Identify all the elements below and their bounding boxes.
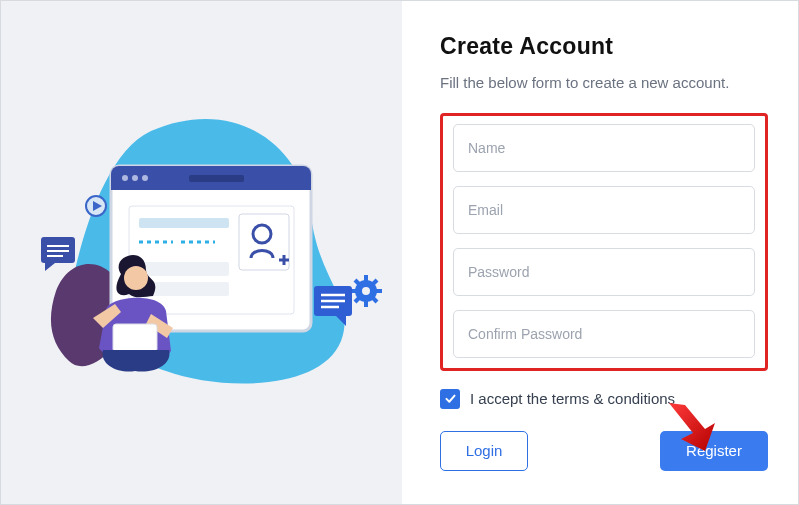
signup-illustration	[1, 1, 402, 504]
signup-screen: Create Account Fill the below form to cr…	[0, 0, 799, 505]
svg-point-23	[142, 175, 148, 181]
terms-label: I accept the terms & conditions	[470, 390, 675, 407]
check-icon	[444, 392, 457, 405]
svg-marker-9	[45, 263, 55, 271]
form-panel: Create Account Fill the below form to cr…	[402, 1, 798, 504]
page-subtitle: Fill the below form to create a new acco…	[440, 72, 730, 95]
name-field[interactable]	[453, 124, 755, 172]
svg-point-35	[124, 266, 148, 290]
fields-highlight	[440, 113, 768, 371]
confirm-password-field[interactable]	[453, 310, 755, 358]
terms-checkbox[interactable]	[440, 389, 460, 409]
svg-rect-36	[113, 324, 157, 352]
svg-rect-29	[139, 262, 229, 276]
svg-rect-20	[111, 182, 311, 190]
svg-rect-24	[189, 175, 244, 182]
illustration-panel	[1, 1, 402, 504]
svg-point-7	[362, 287, 370, 295]
svg-rect-26	[139, 218, 229, 228]
illustration-svg	[1, 1, 402, 505]
email-field[interactable]	[453, 186, 755, 234]
svg-point-22	[132, 175, 138, 181]
page-title: Create Account	[440, 33, 768, 60]
svg-point-21	[122, 175, 128, 181]
password-field[interactable]	[453, 248, 755, 296]
terms-row: I accept the terms & conditions	[440, 389, 768, 409]
login-button[interactable]: Login	[440, 431, 528, 471]
button-row: Login Register	[440, 431, 768, 471]
register-button[interactable]: Register	[660, 431, 768, 471]
